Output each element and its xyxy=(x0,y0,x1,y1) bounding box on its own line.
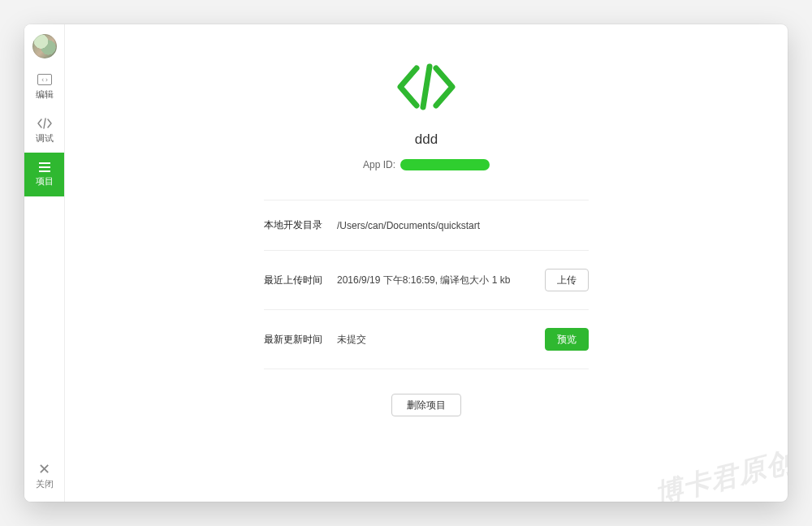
sidebar-item-debug[interactable]: 调试 xyxy=(24,109,64,153)
app-window: ‹› 编辑 调试 项目 ✕ 关闭 xyxy=(24,24,788,502)
code-slash-icon xyxy=(37,118,53,129)
row-local-dir: 本地开发目录 /Users/can/Documents/quickstart xyxy=(264,200,589,251)
appid-label: App ID: xyxy=(363,159,395,170)
preview-button[interactable]: 预览 xyxy=(545,328,589,351)
sidebar-item-edit[interactable]: ‹› 编辑 xyxy=(24,65,64,109)
last-update-value: 未提交 xyxy=(337,333,545,347)
sidebar-item-project[interactable]: 项目 xyxy=(24,153,64,196)
last-upload-label: 最近上传时间 xyxy=(264,274,337,287)
local-dir-label: 本地开发目录 xyxy=(264,218,337,232)
code-box-icon: ‹› xyxy=(37,74,52,85)
appid-row: App ID: xyxy=(363,159,490,170)
row-last-upload: 最近上传时间 2016/9/19 下午8:16:59, 编译包大小 1 kb 上… xyxy=(264,251,589,310)
row-last-update: 最新更新时间 未提交 预览 xyxy=(264,310,589,369)
sidebar-close[interactable]: ✕ 关闭 xyxy=(24,454,64,502)
appid-value-redacted xyxy=(400,159,490,170)
delete-project-button[interactable]: 删除项目 xyxy=(391,394,461,416)
menu-icon xyxy=(38,162,51,172)
watermark: 博卡君原创 xyxy=(651,443,788,502)
upload-button[interactable]: 上传 xyxy=(545,269,589,291)
svg-text:‹›: ‹› xyxy=(41,76,49,84)
sidebar: ‹› 编辑 调试 项目 ✕ 关闭 xyxy=(24,24,65,502)
last-upload-value: 2016/9/19 下午8:16:59, 编译包大小 1 kb xyxy=(337,274,545,287)
main-panel: ddd App ID: 本地开发目录 /Users/can/Documents/… xyxy=(65,24,788,502)
project-details: 本地开发目录 /Users/can/Documents/quickstart 最… xyxy=(264,200,589,369)
last-update-label: 最新更新时间 xyxy=(264,333,337,347)
app-logo-icon xyxy=(392,63,460,110)
local-dir-value: /Users/can/Documents/quickstart xyxy=(337,220,589,231)
app-name: ddd xyxy=(415,132,438,148)
sidebar-close-label: 关闭 xyxy=(36,478,54,490)
sidebar-item-label: 项目 xyxy=(36,175,54,188)
avatar[interactable] xyxy=(32,34,57,58)
sidebar-item-label: 编辑 xyxy=(36,88,54,101)
sidebar-item-label: 调试 xyxy=(36,132,54,144)
close-icon: ✕ xyxy=(38,462,50,476)
